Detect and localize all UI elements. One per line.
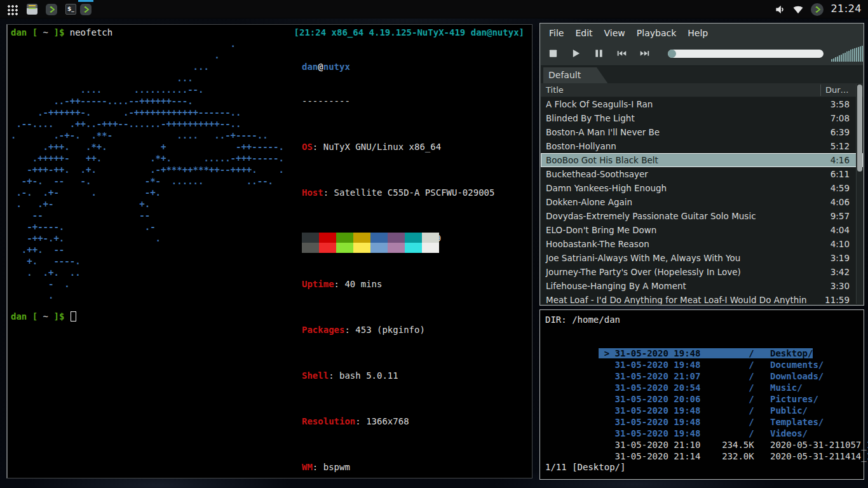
- tilda-terminal-window[interactable]: dan [ ~ ]$ neofetch [21:24 x86_64 4.19.1…: [6, 24, 532, 478]
- track-title: Hoobastank-The Reason: [546, 239, 649, 249]
- menu-item[interactable]: Edit: [569, 25, 598, 41]
- active-app-taskbar-button[interactable]: [80, 4, 92, 15]
- file-name: Desktop/: [754, 348, 813, 359]
- track-row[interactable]: Dokken-Alone Again 4:06: [541, 195, 863, 209]
- neofetch-field: Host: Satellite C55D-A PSCFWU-029005: [302, 187, 494, 198]
- menu-item[interactable]: View: [599, 25, 631, 41]
- file-datetime: 31-05-2020 19:48: [615, 405, 706, 416]
- palette-swatch: [302, 243, 319, 253]
- wifi-icon[interactable]: [792, 3, 804, 16]
- track-row[interactable]: Boston-Hollyann 5:12: [541, 139, 863, 153]
- file-datetime: 31-05-2020 21:10: [615, 439, 706, 451]
- track-title: Dokken-Alone Again: [546, 197, 632, 207]
- track-row[interactable]: BooBoo Got His Black Belt 4:16: [541, 153, 863, 167]
- track-duration: 4:16: [831, 153, 850, 167]
- volume-bar: [837, 57, 838, 62]
- desktop: $_ 21:24 dan [ ~ ]$ neofetch [21:24 x86_…: [0, 0, 868, 488]
- palette-swatch: [388, 243, 405, 253]
- neofetch-user-host: dan@nutyx: [302, 61, 494, 72]
- file-datetime: 31-05-2020 21:07: [615, 370, 706, 382]
- file-size: /: [706, 405, 754, 416]
- playlist-scrollbar[interactable]: [856, 84, 862, 304]
- terminal-prompt-line: dan [ ~ ]$ neofetch: [11, 27, 112, 38]
- file-size: /: [706, 428, 754, 439]
- track-duration: 4:04: [831, 223, 850, 237]
- volume-bars[interactable]: [831, 45, 863, 62]
- menu-item[interactable]: File: [543, 25, 569, 41]
- file-datetime: 31-05-2020 20:06: [615, 393, 706, 405]
- player-menubar: File Edit View Playback Help: [541, 24, 863, 41]
- nutyx-launcher-icon[interactable]: [46, 4, 57, 15]
- pause-button[interactable]: [594, 48, 604, 58]
- volume-icon[interactable]: [774, 3, 787, 16]
- playlist-tab-default[interactable]: Default: [543, 67, 608, 84]
- track-row[interactable]: A Flock Of Seagulls-I Ran 3:58: [541, 97, 863, 111]
- track-row[interactable]: Dovydas-Extremely Passionate Guitar Solo…: [541, 209, 863, 223]
- neofetch-underline: ---------: [302, 95, 494, 107]
- file-row[interactable]: > 31-05-2020 19:48/Desktop/: [545, 336, 861, 348]
- volume-bar: [862, 46, 863, 62]
- directory-path: /home/dan: [572, 315, 620, 325]
- track-duration: 3:30: [831, 279, 850, 293]
- track-duration: 7:08: [831, 111, 850, 125]
- file-datetime: 31-05-2020 19:48: [615, 348, 706, 359]
- player-toolbar: [541, 41, 863, 65]
- file-manager-launcher-icon[interactable]: [27, 4, 37, 15]
- terminal-taskbar-button[interactable]: $_: [65, 4, 76, 15]
- file-name: Pictures/: [754, 393, 818, 405]
- track-row[interactable]: Boston-A Man I'll Never Be 6:39: [541, 125, 863, 139]
- column-title[interactable]: Title: [546, 85, 564, 95]
- seek-knob[interactable]: [668, 50, 676, 58]
- track-row[interactable]: Buckethead-Soothsayer 6:11: [541, 167, 863, 181]
- stop-button[interactable]: [548, 48, 558, 58]
- play-button[interactable]: [571, 48, 581, 58]
- nutyx-tray-icon[interactable]: [811, 3, 824, 16]
- volume-bar: [844, 53, 846, 62]
- track-duration: 6:39: [831, 125, 850, 139]
- active-task-indicator: [78, 0, 93, 2]
- track-row[interactable]: ELO-Don't Bring Me Down 4:04: [541, 223, 863, 237]
- menu-item[interactable]: Playback: [631, 25, 682, 41]
- palette-swatch: [370, 233, 388, 243]
- column-duration[interactable]: Dur…: [825, 85, 849, 95]
- volume-bar: [846, 51, 848, 62]
- scrollbar-thumb[interactable]: [857, 85, 862, 172]
- neofetch-field: Resolution: 868x488: [302, 416, 494, 427]
- menu-item[interactable]: Help: [682, 25, 714, 41]
- file-datetime: 31-05-2020 19:48: [615, 428, 706, 439]
- file-datetime: 31-05-2020 21:14: [615, 451, 706, 462]
- track-row[interactable]: Blinded By The Light 7:08: [541, 111, 863, 125]
- track-row[interactable]: Hoobastank-The Reason 4:10: [541, 237, 863, 251]
- seek-bar[interactable]: [668, 50, 824, 58]
- neofetch-field: OS: NuTyX GNU/Linux x86_64: [302, 141, 494, 152]
- palette-swatch: [319, 233, 336, 243]
- panel-clock[interactable]: 21:24: [831, 3, 862, 15]
- palette-swatch: [353, 243, 370, 253]
- previous-button[interactable]: [617, 48, 627, 58]
- track-row[interactable]: Lifehouse-Hanging By A Moment 3:30: [541, 279, 863, 293]
- neofetch-field: WM: bspwm: [302, 461, 494, 473]
- cursor-marker: [599, 416, 614, 428]
- track-row[interactable]: Meat Loaf - I'd Do Anything for Meat Loa…: [541, 293, 863, 304]
- track-row[interactable]: Journey-The Party's Over (Hopelessly In …: [541, 265, 863, 279]
- terminal-right-header: [21:24 x86_64 4.19.125-NuTyX-419 dan@nut…: [294, 27, 524, 38]
- volume-bar: [835, 57, 836, 62]
- file-size: /: [706, 382, 754, 393]
- nutyx-ascii-logo: . . ... ... .... ..........--. ..-++----…: [11, 38, 284, 301]
- track-title: A Flock Of Seagulls-I Ran: [546, 99, 653, 109]
- track-row[interactable]: Joe Satriani-Always With Me, Always With…: [541, 251, 863, 265]
- file-name: Documents/: [754, 359, 824, 370]
- track-row[interactable]: Damn Yankees-High Enough 4:59: [541, 181, 863, 195]
- cursor-marker: [599, 359, 614, 370]
- palette-swatch: [319, 243, 336, 253]
- column-divider[interactable]: [820, 85, 821, 96]
- track-duration: 11:59: [825, 293, 850, 304]
- next-button[interactable]: [640, 48, 649, 58]
- terminal-cursor: [71, 311, 76, 322]
- volume-bar: [831, 59, 832, 62]
- file-name: 2020-05-31-211414_1366x: [754, 451, 868, 462]
- terminal-active-prompt[interactable]: dan [ ~ ]$: [11, 311, 76, 322]
- app-menu-icon[interactable]: [6, 4, 18, 15]
- file-manager-window[interactable]: DIR: /home/dan > 31-05-2020 19:48/Deskto…: [539, 309, 864, 480]
- palette-swatch: [388, 233, 405, 243]
